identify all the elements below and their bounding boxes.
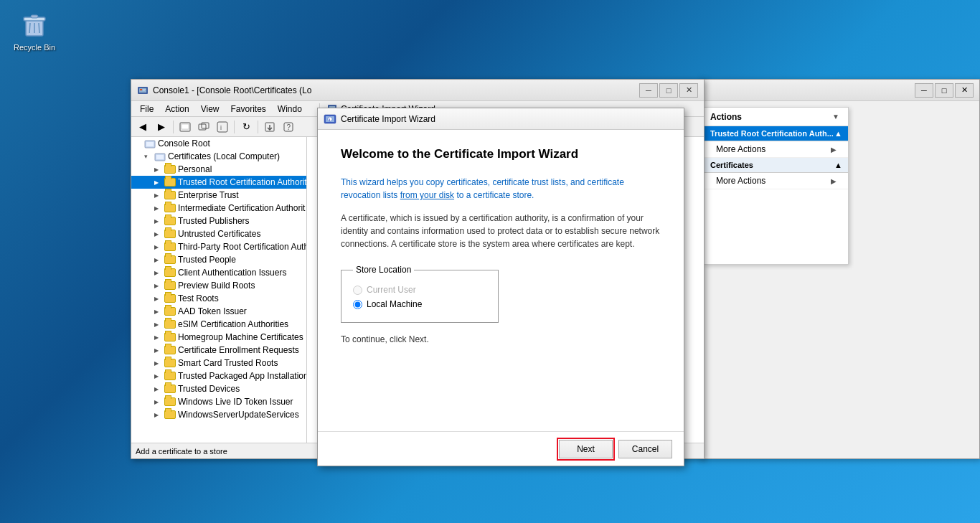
behind-maximize-btn[interactable]: □ [935,83,953,98]
tree-item-client-auth[interactable]: ▶ Client Authentication Issuers [131,266,306,279]
tree-item-windows-live[interactable]: ▶ Windows Live ID Token Issuer [131,395,306,408]
toolbar-forward-btn[interactable]: ▶ [153,119,170,135]
actions-collapse-btn[interactable]: ▼ [829,110,842,123]
tree-personal-expand: ▶ [154,166,164,173]
toolbar-sep-2 [234,121,235,133]
tree-panel: Console Root ▾ Certificates (Local Compu… [131,137,307,443]
statusbar-text: Add a certificate to a store [136,447,227,456]
tree-homegroup-icon [164,332,176,342]
tree-item-preview-roots[interactable]: ▶ Preview Build Roots [131,279,306,292]
tree-certificates-node[interactable]: ▾ Certificates (Local Computer) [131,150,306,163]
mmc-titlebar-controls: ─ □ ✕ [639,83,698,98]
tree-item-trusted-publishers[interactable]: ▶ Trusted Publishers [131,215,306,227]
tree-item-intermediate[interactable]: ▶ Intermediate Certification Authorit [131,202,306,215]
behind-mmc-window: ─ □ ✕ Actions ▼ Trusted Root Certificati… [700,79,980,459]
radio-local-machine-label: Local Machine [367,299,422,309]
tree-item-smart-card[interactable]: ▶ Smart Card Trusted Roots [131,357,306,369]
tree-item-trusted-root[interactable]: ▶ Trusted Root Certification Authorit [131,176,306,189]
tree-item-untrusted[interactable]: ▶ Untrusted Certificates [131,227,306,240]
toolbar-new-window-btn[interactable] [195,119,212,135]
svg-line-3 [29,23,30,33]
actions-section-1-arrow: ▲ [834,129,842,138]
tree-third-party-label: Third-Party Root Certification Auth [178,242,307,252]
menu-favorites[interactable]: Favorites [225,103,272,116]
menu-view[interactable]: View [195,103,225,116]
tree-homegroup-label: Homegroup Machine Certificates [178,332,303,342]
tree-esim-label: eSIM Certification Authorities [178,319,288,329]
toolbar-help-btn[interactable]: ? [280,119,297,135]
recycle-bin[interactable]: Recycle Bin [7,7,62,52]
tree-untrusted-icon [164,229,176,239]
radio-local-machine[interactable] [353,300,362,309]
menu-window[interactable]: Windo [272,103,308,116]
tree-smart-card-icon [164,358,176,368]
tree-untrusted-label: Untrusted Certificates [178,229,260,239]
tree-untrusted-expand: ▶ [154,231,164,237]
actions-arrow-2: ▶ [831,177,837,185]
behind-close-btn[interactable]: ✕ [955,83,974,98]
tree-item-test-roots[interactable]: ▶ Test Roots [131,292,306,305]
wizard-desc-1: This wizard helps you copy certificates,… [341,176,661,202]
toolbar-back-btn[interactable]: ◀ [134,119,151,135]
tree-smart-card-label: Smart Card Trusted Roots [178,358,278,368]
menu-action[interactable]: Action [159,103,194,116]
tree-client-auth-label: Client Authentication Issuers [178,268,286,278]
radio-local-machine-option[interactable]: Local Machine [353,299,486,309]
tree-item-cert-enrollment[interactable]: ▶ Certificate Enrollment Requests [131,344,306,357]
wizard-from-disk-link[interactable]: from your disk [400,190,454,200]
tree-item-aad[interactable]: ▶ AAD Token Issuer [131,305,306,318]
tree-certificates-icon [154,151,166,161]
tree-wsus-icon [164,410,176,420]
tree-item-trusted-pkg[interactable]: ▶ Trusted Packaged App Installation [131,369,306,382]
radio-current-user-option[interactable]: Current User [353,285,486,295]
mmc-maximize-btn[interactable]: □ [659,83,678,98]
tree-enterprise-icon [164,190,176,200]
tree-esim-icon [164,319,176,329]
toolbar-refresh-btn[interactable]: ↻ [237,119,255,135]
tree-esim-expand: ▶ [154,321,164,328]
tree-item-trusted-people[interactable]: ▶ Trusted People [131,253,306,266]
tree-trusted-people-label: Trusted People [178,255,236,265]
actions-section-1[interactable]: Trusted Root Certification Auth... ▲ [705,126,848,141]
tree-trusted-pub-label: Trusted Publishers [178,216,250,226]
tree-trusted-people-expand: ▶ [154,257,164,263]
behind-titlebar: ─ □ ✕ [701,80,979,101]
tree-trusted-pkg-icon [164,371,176,381]
tree-item-enterprise[interactable]: ▶ Enterprise Trust [131,189,306,202]
actions-section-2[interactable]: Certificates ▲ [705,158,848,173]
mmc-title-text: Console1 - [Console Root\Certificates (L… [153,85,639,95]
radio-current-user[interactable] [353,286,362,295]
wizard-continue-text: To continue, click Next. [341,334,661,344]
svg-rect-10 [143,90,145,91]
tree-personal-icon [164,164,176,174]
actions-title: Actions [710,112,829,122]
tree-intermediate-label: Intermediate Certification Authorit [178,203,305,213]
mmc-minimize-btn[interactable]: ─ [639,83,658,98]
mmc-close-btn[interactable]: ✕ [679,83,698,98]
toolbar-up-btn[interactable] [176,119,194,135]
menu-file[interactable]: File [134,103,159,116]
tree-trusted-dev-icon [164,384,176,394]
tree-item-third-party[interactable]: ▶ Third-Party Root Certification Auth [131,240,306,253]
tree-homegroup-expand: ▶ [154,334,164,341]
tree-item-personal[interactable]: ▶ Personal [131,163,306,176]
behind-minimize-btn[interactable]: ─ [915,83,933,98]
tree-wsus-expand: ▶ [154,412,164,418]
toolbar-properties-btn[interactable]: i [214,119,231,135]
wizard-next-btn[interactable]: Next [559,440,613,458]
tree-item-wsus[interactable]: ▶ WindowsServerUpdateServices [131,408,306,421]
toolbar-export-btn[interactable] [261,119,278,135]
toolbar-sep-1 [173,121,174,133]
actions-more-actions-1[interactable]: More Actions ▶ [705,141,848,158]
svg-rect-8 [140,89,142,90]
tree-item-trusted-devices[interactable]: ▶ Trusted Devices [131,382,306,395]
tree-windows-live-label: Windows Live ID Token Issuer [178,397,293,407]
wizard-cancel-btn[interactable]: Cancel [618,440,672,458]
tree-item-homegroup[interactable]: ▶ Homegroup Machine Certificates [131,331,306,344]
tree-console-root[interactable]: Console Root [131,137,306,150]
tree-third-party-icon [164,242,176,252]
tree-trusted-pkg-expand: ▶ [154,373,164,380]
tree-test-expand: ▶ [154,296,164,302]
actions-more-actions-2[interactable]: More Actions ▶ [705,173,848,189]
tree-item-esim[interactable]: ▶ eSIM Certification Authorities [131,318,306,331]
